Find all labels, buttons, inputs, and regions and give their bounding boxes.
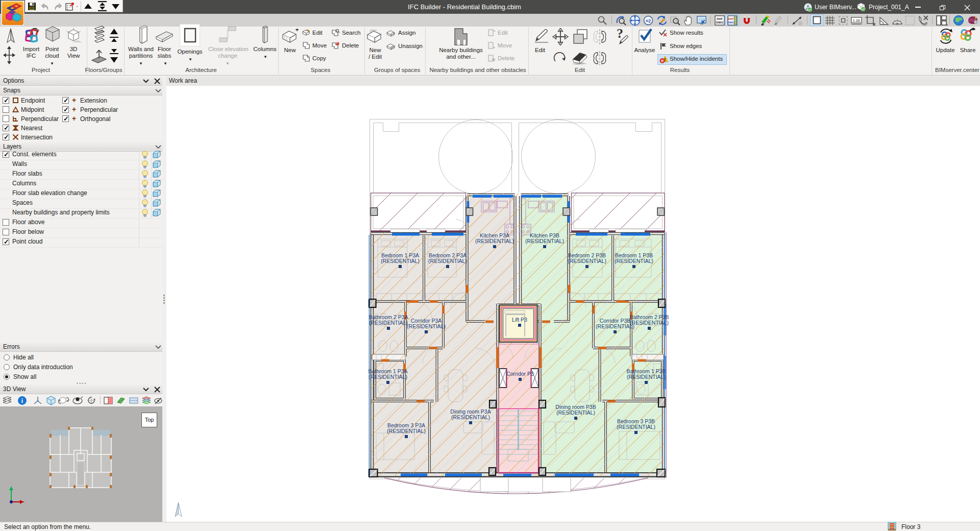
svg-text:DXF: DXF	[728, 17, 734, 20]
svg-text:(RESIDENTIAL): (RESIDENTIAL)	[475, 238, 514, 244]
svg-text:(RESIDENTIAL): (RESIDENTIAL)	[525, 238, 564, 244]
svg-text:(RESIDENTIAL): (RESIDENTIAL)	[369, 320, 408, 326]
svg-text:×2: ×2	[646, 18, 651, 23]
svg-text:Corridor P3: Corridor P3	[506, 371, 534, 377]
svg-text:(RESIDENTIAL): (RESIDENTIAL)	[617, 424, 655, 430]
svg-text:(RESIDENTIAL): (RESIDENTIAL)	[428, 258, 467, 264]
svg-text:(RESIDENTIAL): (RESIDENTIAL)	[615, 258, 653, 264]
svg-text:?: ?	[617, 27, 623, 41]
svg-text:?: ?	[975, 20, 977, 24]
svg-text:(RESIDENTIAL): (RESIDENTIAL)	[407, 323, 446, 329]
svg-text:1.00: 1.00	[853, 18, 861, 23]
svg-text:(RESIDENTIAL): (RESIDENTIAL)	[627, 374, 666, 380]
svg-text:DXF: DXF	[717, 17, 723, 20]
svg-text:(RESIDENTIAL): (RESIDENTIAL)	[556, 409, 595, 416]
svg-text:(RESIDENTIAL): (RESIDENTIAL)	[387, 428, 426, 434]
svg-text:Lift P3: Lift P3	[512, 317, 527, 323]
svg-text:(RESIDENTIAL): (RESIDENTIAL)	[381, 258, 420, 264]
svg-text:(RESIDENTIAL): (RESIDENTIAL)	[630, 320, 669, 326]
svg-text:(RESIDENTIAL): (RESIDENTIAL)	[596, 323, 634, 329]
svg-text:(RESIDENTIAL): (RESIDENTIAL)	[451, 414, 490, 420]
svg-text:DWG: DWG	[727, 21, 735, 24]
svg-text:(RESIDENTIAL): (RESIDENTIAL)	[369, 374, 407, 380]
svg-text:DWG: DWG	[716, 21, 724, 24]
svg-text:(RESIDENTIAL): (RESIDENTIAL)	[568, 258, 606, 264]
